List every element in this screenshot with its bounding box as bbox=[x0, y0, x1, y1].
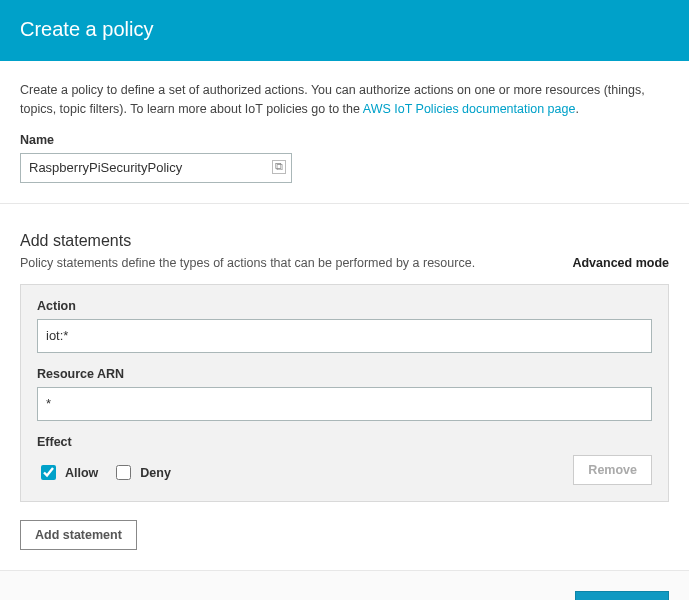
deny-checkbox-wrap[interactable]: Deny bbox=[112, 462, 171, 483]
name-input-wrap: ⧉ bbox=[20, 153, 292, 183]
effect-field: Effect Allow Deny Remove bbox=[37, 435, 652, 485]
effect-row: Allow Deny Remove bbox=[37, 455, 652, 485]
allow-checkbox[interactable] bbox=[41, 465, 56, 480]
separator bbox=[0, 203, 689, 204]
effect-label: Effect bbox=[37, 435, 652, 449]
remove-button[interactable]: Remove bbox=[573, 455, 652, 485]
deny-checkbox[interactable] bbox=[116, 465, 131, 480]
policy-name-input[interactable] bbox=[20, 153, 292, 183]
input-suffix-icon: ⧉ bbox=[272, 160, 286, 174]
allow-checkbox-wrap[interactable]: Allow bbox=[37, 462, 98, 483]
statements-subrow: Policy statements define the types of ac… bbox=[20, 256, 669, 270]
name-label: Name bbox=[20, 133, 669, 147]
resource-label: Resource ARN bbox=[37, 367, 652, 381]
action-field: Action bbox=[37, 299, 652, 353]
resource-input[interactable] bbox=[37, 387, 652, 421]
intro-after: . bbox=[575, 102, 578, 116]
advanced-mode-toggle[interactable]: Advanced mode bbox=[572, 256, 669, 270]
statements-subdesc: Policy statements define the types of ac… bbox=[20, 256, 475, 270]
docs-link[interactable]: AWS IoT Policies documentation page bbox=[363, 102, 576, 116]
action-label: Action bbox=[37, 299, 652, 313]
page-title: Create a policy bbox=[20, 18, 669, 41]
allow-label: Allow bbox=[65, 466, 98, 480]
page-header: Create a policy bbox=[0, 0, 689, 61]
action-input[interactable] bbox=[37, 319, 652, 353]
resource-field: Resource ARN bbox=[37, 367, 652, 421]
content-area: Create a policy to define a set of autho… bbox=[0, 61, 689, 214]
add-statement-wrap: Add statement bbox=[20, 520, 669, 550]
deny-label: Deny bbox=[140, 466, 171, 480]
statements-section: Add statements Policy statements define … bbox=[0, 214, 689, 502]
statements-heading: Add statements bbox=[20, 232, 669, 250]
intro-text: Create a policy to define a set of autho… bbox=[20, 81, 669, 119]
add-statement-button[interactable]: Add statement bbox=[20, 520, 137, 550]
effect-checks: Allow Deny bbox=[37, 462, 171, 483]
create-button[interactable]: Create bbox=[575, 591, 669, 601]
statement-box: Action Resource ARN Effect Allow Deny bbox=[20, 284, 669, 502]
footer: Create bbox=[0, 570, 689, 601]
